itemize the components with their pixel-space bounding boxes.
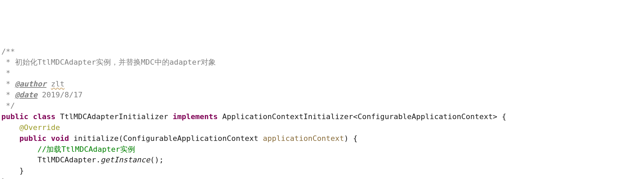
stmt-method: getInstance (100, 156, 150, 164)
interface-name: ApplicationContextInitializer (222, 112, 353, 121)
annotation-override: @Override (19, 123, 60, 132)
keyword-public: public (1, 112, 28, 121)
keyword-class: class (33, 112, 55, 121)
javadoc-star: * (1, 69, 11, 77)
javadoc-date-tag: @date (15, 91, 37, 99)
keyword-public: public (19, 134, 46, 143)
inline-comment: //加载TtlMDCAdapter实例 (37, 145, 135, 153)
spacer (46, 80, 51, 88)
javadoc-author-tag: @author (15, 80, 47, 88)
javadoc-star: * (1, 80, 15, 88)
brace: } (1, 177, 6, 179)
keyword-implements: implements (173, 112, 218, 121)
javadoc-star: * (1, 91, 15, 99)
stmt-receiver: TtlMDCAdapter (37, 156, 96, 164)
javadoc-description: 初始化TtlMDCAdapter实例，并替换MDC中的adapter对象 (15, 58, 216, 66)
method-name: initialize (74, 134, 118, 143)
javadoc-close: */ (1, 101, 15, 110)
generic-type: ConfigurableApplicationContext (357, 112, 493, 121)
spacer (37, 91, 42, 99)
javadoc-date-value: 2019/8/17 (42, 91, 82, 99)
brace: { (353, 134, 357, 143)
javadoc-author-value: zlt (51, 80, 65, 88)
javadoc-open: /** (1, 47, 15, 56)
code-block: /** * 初始化TtlMDCAdapter实例，并替换MDC中的adapter… (1, 46, 643, 179)
param-name: applicationContext (263, 134, 344, 143)
param-type: ConfigurableApplicationContext (123, 134, 258, 143)
brace: } (19, 166, 24, 175)
class-name: TtlMDCAdapterInitializer (60, 112, 168, 121)
brace: { (502, 112, 506, 121)
keyword-void: void (51, 134, 69, 143)
javadoc-star: * (1, 58, 15, 66)
stmt-tail: (); (150, 156, 164, 164)
